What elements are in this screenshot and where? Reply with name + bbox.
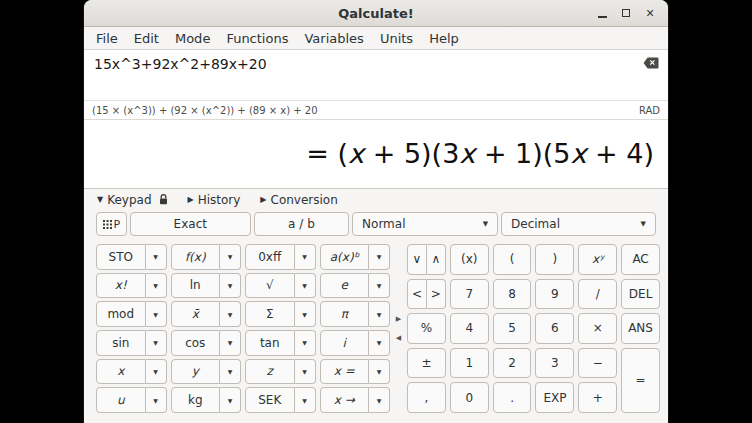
menu-help[interactable]: Help [421,29,467,48]
keypad-expander[interactable]: ▼ Keypad [97,193,168,207]
angle-mode-indicator[interactable]: RAD [639,105,660,116]
key-var-x[interactable]: x [96,359,146,385]
key-factorial-dropdown[interactable]: ▼ [146,273,167,299]
key-scroll-down[interactable]: ∨ [407,244,427,275]
key-x-equals[interactable]: x = [320,359,370,385]
key-var-z[interactable]: z [245,359,295,385]
key-ln[interactable]: ln [171,273,221,299]
key-sum[interactable]: Σ [245,301,295,327]
menu-functions[interactable]: Functions [218,29,296,48]
key-clear-all[interactable]: AC [621,244,660,275]
key-f-x-dropdown[interactable]: ▼ [220,244,241,270]
key-digit-2[interactable]: 2 [493,348,532,379]
key-cos-dropdown[interactable]: ▼ [220,330,241,356]
key-unit-u[interactable]: u [96,387,146,413]
display-mode-dropdown[interactable]: Normal ▼ [352,212,498,236]
key-exponent[interactable]: EXP [535,382,574,413]
key-delete[interactable]: DEL [621,279,660,310]
menu-mode[interactable]: Mode [167,29,218,48]
key-sto[interactable]: STO [96,244,146,270]
key-e-dropdown[interactable]: ▼ [369,273,390,299]
key-mean[interactable]: x̄ [171,301,221,327]
key-mod[interactable]: mod [96,301,146,327]
key-tan[interactable]: tan [245,330,295,356]
key-answer[interactable]: ANS [621,313,660,344]
key-digit-0[interactable]: 0 [450,382,489,413]
key-i-dropdown[interactable]: ▼ [369,330,390,356]
history-expander[interactable]: ▶ History [188,193,241,207]
key-left-parenthesis[interactable]: ( [493,244,532,275]
close-button[interactable]: × [641,4,659,22]
programming-keypad-button[interactable]: P [96,212,127,236]
key-sin-dropdown[interactable]: ▼ [146,330,167,356]
key-scroll-up[interactable]: ∧ [427,244,446,275]
key-power[interactable]: xʸ [578,244,617,275]
key-right-parenthesis[interactable]: ) [535,244,574,275]
key-var-y-dropdown[interactable]: ▼ [220,359,241,385]
key-x-to-dropdown[interactable]: ▼ [369,387,390,413]
key-pi[interactable]: π [320,301,370,327]
expression-input[interactable]: 15x^3+92x^2+89x+20 [84,50,668,100]
clear-expression-button[interactable] [643,57,659,72]
key-currency-sek[interactable]: SEK [245,387,295,413]
key-mod-dropdown[interactable]: ▼ [146,301,167,327]
key-smart-parentheses[interactable]: (x) [450,244,489,275]
key-percent[interactable]: % [407,313,446,344]
key-add[interactable]: + [578,382,617,413]
key-subtract[interactable]: − [578,348,617,379]
key-pi-dropdown[interactable]: ▼ [369,301,390,327]
key-sqrt[interactable]: √ [245,273,295,299]
key-sin[interactable]: sin [96,330,146,356]
key-var-x-dropdown[interactable]: ▼ [146,359,167,385]
key-sqrt-dropdown[interactable]: ▼ [295,273,316,299]
key-decimal-point[interactable]: . [493,382,532,413]
conversion-expander[interactable]: ▶ Conversion [260,193,337,207]
key-unit-kg-dropdown[interactable]: ▼ [220,387,241,413]
key-plus-minus[interactable]: ± [407,348,446,379]
exact-mode-button[interactable]: Exact [130,212,251,236]
key-a-x-b-dropdown[interactable]: ▼ [369,244,390,270]
splitter-left-arrow-icon[interactable]: ◀ [396,335,401,342]
key-mean-dropdown[interactable]: ▼ [220,301,241,327]
key-0xff-dropdown[interactable]: ▼ [295,244,316,270]
key-digit-5[interactable]: 5 [493,313,532,344]
key-divide[interactable]: / [578,279,617,310]
key-unit-u-dropdown[interactable]: ▼ [146,387,167,413]
key-var-y[interactable]: y [171,359,221,385]
key-e[interactable]: e [320,273,370,299]
key-cos[interactable]: cos [171,330,221,356]
key-sto-dropdown[interactable]: ▼ [146,244,167,270]
maximize-button[interactable] [617,4,635,22]
key-factorial[interactable]: x! [96,273,146,299]
key-x-equals-dropdown[interactable]: ▼ [369,359,390,385]
number-base-dropdown[interactable]: Decimal ▼ [501,212,656,236]
key-0xff[interactable]: 0xff [245,244,295,270]
key-comma[interactable]: , [407,382,446,413]
key-f-x[interactable]: f(x) [171,244,221,270]
menu-variables[interactable]: Variables [296,29,371,48]
key-digit-7[interactable]: 7 [450,279,489,310]
key-digit-6[interactable]: 6 [535,313,574,344]
minimize-button[interactable] [593,4,611,22]
key-digit-4[interactable]: 4 [450,313,489,344]
key-currency-sek-dropdown[interactable]: ▼ [295,387,316,413]
key-digit-9[interactable]: 9 [535,279,574,310]
key-unit-kg[interactable]: kg [171,387,221,413]
menu-file[interactable]: File [88,29,126,48]
menu-edit[interactable]: Edit [126,29,167,48]
menu-units[interactable]: Units [372,29,421,48]
key-digit-8[interactable]: 8 [493,279,532,310]
key-multiply[interactable]: × [578,313,617,344]
key-var-z-dropdown[interactable]: ▼ [295,359,316,385]
fraction-mode-button[interactable]: a / b [254,212,349,236]
key-cursor-right[interactable]: > [427,279,446,310]
key-ln-dropdown[interactable]: ▼ [220,273,241,299]
key-x-to[interactable]: x → [320,387,370,413]
key-tan-dropdown[interactable]: ▼ [295,330,316,356]
key-a-x-b[interactable]: a(x)ᵇ [320,244,370,270]
key-cursor-left[interactable]: < [407,279,427,310]
title-bar[interactable]: Qalculate! × [84,0,668,27]
key-sum-dropdown[interactable]: ▼ [295,301,316,327]
splitter-right-arrow-icon[interactable]: ▶ [396,316,401,323]
key-equals[interactable]: = [621,348,660,413]
